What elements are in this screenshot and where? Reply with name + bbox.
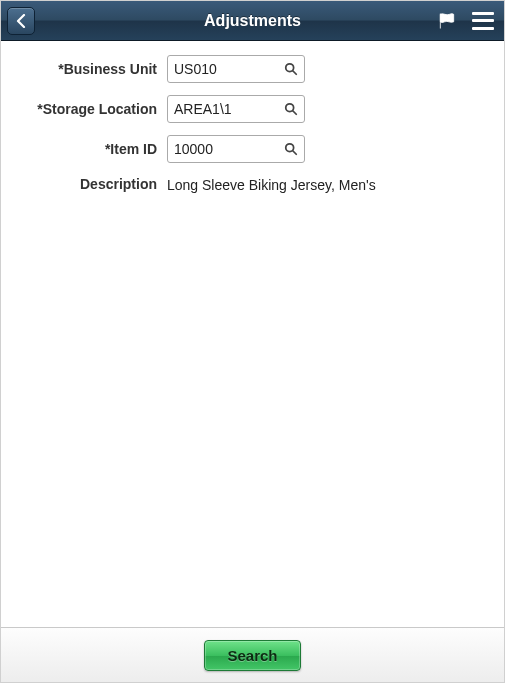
flag-icon[interactable]: [436, 11, 458, 31]
hamburger-menu-icon[interactable]: [472, 12, 494, 30]
form-content: *Business Unit *Storage Location: [1, 41, 504, 627]
search-icon: [284, 142, 298, 156]
lookup-button-item-id[interactable]: [279, 137, 303, 161]
search-icon: [284, 102, 298, 116]
lookup-item-id: [167, 135, 305, 163]
lookup-storage-location: [167, 95, 305, 123]
footer-bar: Search: [1, 627, 504, 682]
svg-line-3: [293, 111, 297, 115]
search-icon: [284, 62, 298, 76]
label-business-unit: *Business Unit: [1, 61, 167, 77]
row-storage-location: *Storage Location: [1, 95, 504, 123]
app-window: Adjustments *Business Unit: [0, 0, 505, 683]
value-description: Long Sleeve Biking Jersey, Men's: [167, 175, 376, 193]
back-button[interactable]: [7, 7, 35, 35]
header-actions: [436, 11, 498, 31]
svg-line-1: [293, 71, 297, 75]
label-item-id: *Item ID: [1, 141, 167, 157]
svg-line-5: [293, 151, 297, 155]
search-button[interactable]: Search: [204, 640, 300, 671]
label-description: Description: [1, 176, 167, 192]
page-title: Adjustments: [1, 12, 504, 30]
header-bar: Adjustments: [1, 1, 504, 41]
row-item-id: *Item ID: [1, 135, 504, 163]
label-storage-location: *Storage Location: [1, 101, 167, 117]
row-business-unit: *Business Unit: [1, 55, 504, 83]
lookup-button-storage-location[interactable]: [279, 97, 303, 121]
back-chevron-icon: [15, 14, 27, 28]
lookup-business-unit: [167, 55, 305, 83]
row-description: Description Long Sleeve Biking Jersey, M…: [1, 175, 504, 193]
lookup-button-business-unit[interactable]: [279, 57, 303, 81]
